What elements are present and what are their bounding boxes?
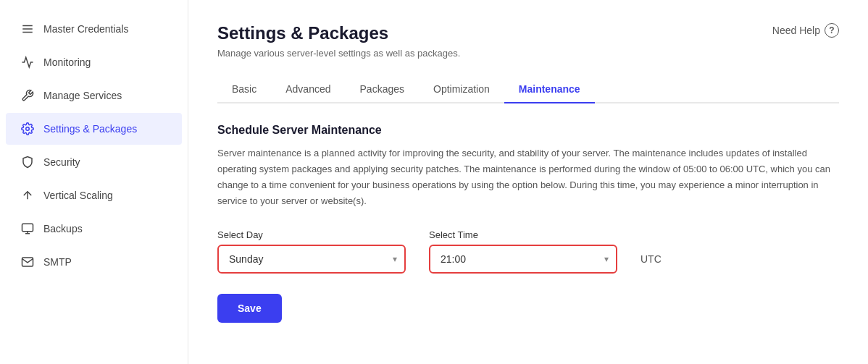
main-content: Settings & Packages Manage various serve… bbox=[188, 0, 868, 364]
sidebar-label-security: Security bbox=[43, 156, 80, 168]
svg-rect-5 bbox=[22, 224, 33, 232]
svg-point-3 bbox=[26, 127, 30, 131]
sidebar-item-security[interactable]: Security bbox=[6, 146, 182, 178]
tab-maintenance[interactable]: Maintenance bbox=[504, 76, 595, 103]
utc-label: UTC bbox=[640, 253, 662, 274]
day-select-wrapper: Sunday Monday Tuesday Wednesday Thursday… bbox=[217, 245, 406, 274]
time-select-wrapper: 00:0001:0002:0003:00 04:0005:0006:0007:0… bbox=[429, 245, 617, 274]
day-select[interactable]: Sunday Monday Tuesday Wednesday Thursday… bbox=[217, 245, 406, 274]
chart-icon bbox=[20, 55, 35, 69]
sidebar-label-master-credentials: Master Credentials bbox=[43, 23, 129, 35]
section-title: Schedule Server Maintenance bbox=[217, 124, 839, 137]
page-title-group: Settings & Packages Manage various serve… bbox=[217, 23, 460, 59]
page-header: Settings & Packages Manage various serve… bbox=[217, 23, 839, 59]
select-day-label: Select Day bbox=[217, 229, 406, 240]
time-form-group: Select Time 00:0001:0002:0003:00 04:0005… bbox=[429, 229, 617, 274]
page-title: Settings & Packages bbox=[217, 23, 460, 43]
menu-icon bbox=[20, 22, 35, 36]
sidebar-label-monitoring: Monitoring bbox=[43, 56, 91, 68]
tab-packages[interactable]: Packages bbox=[346, 76, 419, 103]
sidebar-label-backups: Backups bbox=[43, 223, 83, 234]
page-subtitle: Manage various server-level settings as … bbox=[217, 48, 460, 59]
need-help-label: Need Help bbox=[772, 25, 820, 36]
tab-basic[interactable]: Basic bbox=[217, 76, 271, 103]
select-time-label: Select Time bbox=[429, 229, 617, 240]
sidebar-label-settings-packages: Settings & Packages bbox=[43, 123, 137, 135]
maintenance-section: Schedule Server Maintenance Server maint… bbox=[217, 124, 839, 323]
shield-icon bbox=[20, 155, 35, 169]
sidebar-label-smtp: SMTP bbox=[43, 256, 72, 268]
time-select[interactable]: 00:0001:0002:0003:00 04:0005:0006:0007:0… bbox=[429, 245, 617, 274]
sidebar-label-manage-services: Manage Services bbox=[43, 90, 122, 101]
wrench-icon bbox=[20, 88, 35, 103]
need-help-button[interactable]: Need Help ? bbox=[772, 23, 839, 38]
sidebar: Master Credentials Monitoring Manage Ser… bbox=[0, 0, 188, 364]
gear-icon bbox=[20, 122, 35, 136]
tabs-bar: Basic Advanced Packages Optimization Mai… bbox=[217, 76, 839, 103]
form-row: Select Day Sunday Monday Tuesday Wednesd… bbox=[217, 229, 839, 274]
help-icon: ? bbox=[825, 23, 839, 38]
sidebar-item-manage-services[interactable]: Manage Services bbox=[6, 80, 182, 111]
sidebar-item-settings-packages[interactable]: Settings & Packages bbox=[6, 113, 182, 145]
section-description: Server maintenance is a planned activity… bbox=[217, 145, 839, 209]
day-form-group: Select Day Sunday Monday Tuesday Wednesd… bbox=[217, 229, 406, 274]
tab-optimization[interactable]: Optimization bbox=[419, 76, 504, 103]
sidebar-item-master-credentials[interactable]: Master Credentials bbox=[6, 13, 182, 45]
arrow-up-icon bbox=[20, 188, 35, 203]
tab-advanced[interactable]: Advanced bbox=[271, 76, 345, 103]
sidebar-item-backups[interactable]: Backups bbox=[6, 213, 182, 245]
mail-icon bbox=[20, 255, 35, 269]
backups-icon bbox=[20, 221, 35, 236]
save-button[interactable]: Save bbox=[217, 294, 282, 323]
sidebar-item-monitoring[interactable]: Monitoring bbox=[6, 46, 182, 78]
sidebar-item-vertical-scaling[interactable]: Vertical Scaling bbox=[6, 179, 182, 211]
sidebar-item-smtp[interactable]: SMTP bbox=[6, 246, 182, 278]
sidebar-label-vertical-scaling: Vertical Scaling bbox=[43, 190, 113, 201]
